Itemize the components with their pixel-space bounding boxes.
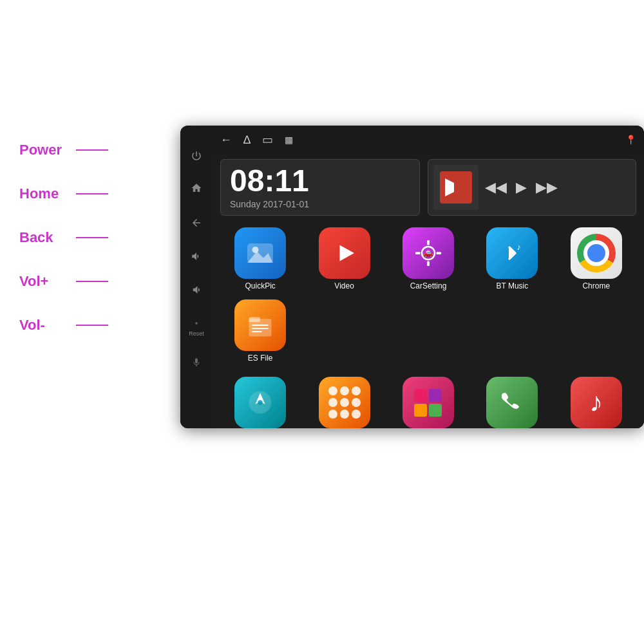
btmusic-label: BT Music <box>496 281 528 290</box>
app-video[interactable]: Video <box>304 225 384 293</box>
back-nav-icon[interactable]: ← <box>220 133 232 147</box>
gps-icon: 📍 <box>625 135 636 145</box>
music-note-icon: ♪ <box>589 387 603 418</box>
home-nav-icon[interactable]: ∆ <box>243 133 251 147</box>
phone-icon <box>486 377 538 428</box>
app-radio[interactable]: Radio <box>304 374 384 428</box>
app-carsetting[interactable]: 🚗 CarSetting <box>388 225 468 293</box>
svg-point-24 <box>258 400 263 405</box>
vol-plus-label-row: Vol+ <box>19 273 108 290</box>
vol-plus-label: Vol+ <box>19 273 71 290</box>
quickpic-label: QuickPic <box>245 281 276 290</box>
power-button[interactable] <box>191 150 202 164</box>
svg-rect-8 <box>427 240 430 245</box>
esfile-label: ES File <box>248 354 273 363</box>
esfile-icon <box>234 299 286 351</box>
svg-rect-9 <box>427 261 430 267</box>
radio-icon <box>319 377 370 428</box>
media-thumbnail <box>433 165 478 210</box>
chrome-icon-graphic <box>577 234 616 272</box>
radio-dot <box>352 386 361 395</box>
media-thumb-inner <box>440 171 472 204</box>
app-grid-row1: QuickPic Video <box>220 222 636 368</box>
radio-dot <box>328 410 337 419</box>
media-controls: ◀◀ ▶ ▶▶ <box>485 179 558 196</box>
chrome-label: Chrome <box>582 281 610 290</box>
vol-minus-button[interactable] <box>191 284 202 298</box>
media-play-button[interactable]: ▶ <box>516 179 527 196</box>
vol-plus-button[interactable] <box>191 251 202 265</box>
radio-dot <box>352 410 361 419</box>
app-music[interactable]: ♪ Music <box>556 374 636 428</box>
app-multi[interactable]: Multi <box>388 374 468 428</box>
music-icon: ♪ <box>571 377 622 428</box>
video-icon <box>319 227 370 279</box>
radio-dot <box>340 398 349 407</box>
home-line <box>76 193 108 194</box>
back-line <box>76 237 108 238</box>
power-line <box>76 149 108 151</box>
recents-nav-icon[interactable]: ▭ <box>262 133 273 147</box>
radio-dot <box>340 410 349 419</box>
svg-rect-11 <box>436 252 441 254</box>
svg-rect-18 <box>249 317 261 323</box>
multi-cell <box>429 404 442 417</box>
app-nav[interactable]: Nav <box>220 374 300 428</box>
svg-text:🚗: 🚗 <box>423 248 433 258</box>
mic-button[interactable] <box>191 357 202 370</box>
power-label: Power <box>19 142 71 158</box>
vol-minus-label-row: Vol- <box>19 317 108 334</box>
home-button[interactable] <box>191 182 202 196</box>
reset-button[interactable]: Reset <box>189 319 204 337</box>
app-quickpic[interactable]: QuickPic <box>220 225 300 293</box>
clock-date: Sunday 2017-01-01 <box>230 199 410 209</box>
status-bar: ← ∆ ▭ ▦ 📍 <box>213 126 644 154</box>
multi-cell <box>414 404 427 417</box>
power-label-row: Power <box>19 142 108 158</box>
reset-label: Reset <box>189 330 204 337</box>
home-label-row: Home <box>19 185 108 202</box>
carsetting-icon: 🚗 <box>402 227 454 279</box>
multi-cell <box>429 389 442 402</box>
top-row: 08:11 Sunday 2017-01-01 ◀◀ ▶ ▶▶ <box>220 159 636 216</box>
left-labels: Power Home Back Vol+ Vol- <box>19 142 108 361</box>
radio-dot <box>328 398 337 407</box>
btmusic-icon: ♪ <box>486 227 538 279</box>
app-esfile[interactable]: ES File <box>220 297 300 365</box>
nav-icon <box>234 377 286 428</box>
quickpic-icon <box>234 227 286 279</box>
app-phone[interactable]: Phone <box>472 374 552 428</box>
screen: ← ∆ ▭ ▦ 📍 08:11 Sunday 2017-01-01 <box>213 126 644 428</box>
home-label: Home <box>19 185 71 202</box>
radio-dot <box>352 398 361 407</box>
app-chrome[interactable]: Chrome <box>556 225 636 293</box>
multi-grid <box>410 385 446 421</box>
media-widget: ◀◀ ▶ ▶▶ <box>428 159 636 216</box>
svg-rect-10 <box>415 252 421 254</box>
vol-minus-label: Vol- <box>19 317 71 334</box>
svg-marker-5 <box>339 245 354 261</box>
app-grid-row2: Nav <box>220 374 636 428</box>
video-label: Video <box>334 281 354 290</box>
radio-dot <box>340 386 349 395</box>
app-btmusic[interactable]: ♪ BT Music <box>472 225 552 293</box>
vol-minus-line <box>76 325 108 326</box>
vol-plus-line <box>76 281 108 282</box>
radio-dot <box>328 386 337 395</box>
media-next-button[interactable]: ▶▶ <box>536 179 558 196</box>
clock-time: 08:11 <box>230 166 410 196</box>
main-content: 08:11 Sunday 2017-01-01 ◀◀ ▶ ▶▶ <box>213 154 644 428</box>
back-button[interactable] <box>191 217 202 231</box>
radio-dots <box>326 384 363 421</box>
media-prev-button[interactable]: ◀◀ <box>485 179 507 196</box>
chrome-icon <box>571 227 622 279</box>
screenshot-icon[interactable]: ▦ <box>285 135 293 145</box>
clock-widget: 08:11 Sunday 2017-01-01 <box>220 159 420 216</box>
multi-icon <box>402 377 454 428</box>
device: Reset ← ∆ ▭ ▦ 📍 08:11 Sunday 2017-01-0 <box>180 126 644 428</box>
carsetting-label: CarSetting <box>410 281 447 290</box>
back-label: Back <box>19 229 71 246</box>
multi-cell <box>414 389 427 402</box>
svg-text:♪: ♪ <box>517 243 521 252</box>
status-right: 📍 <box>625 135 636 145</box>
